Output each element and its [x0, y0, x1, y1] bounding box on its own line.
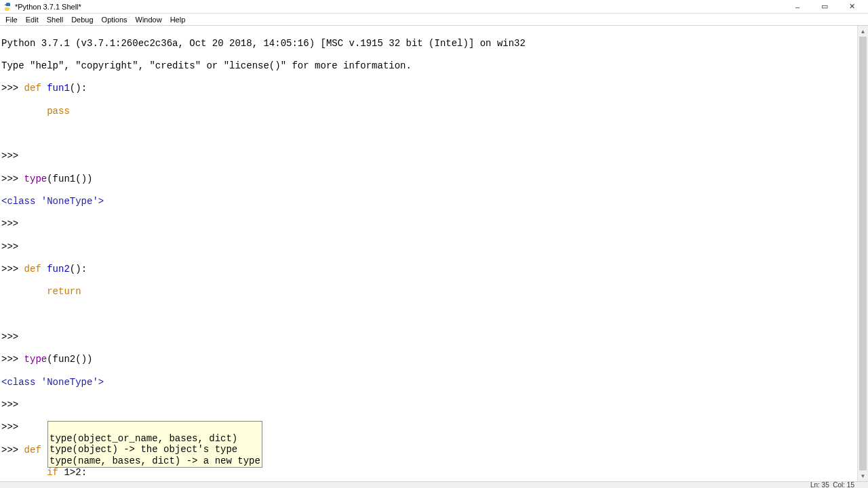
menu-edit[interactable]: Edit — [22, 14, 43, 26]
close-button[interactable]: ✕ — [838, 0, 865, 14]
scroll-up-arrow-icon[interactable]: ▲ — [858, 26, 868, 37]
statusbar: Ln: 35 Col: 15 — [0, 481, 868, 488]
banner-line: Type "help", "copyright", "credits" or "… — [1, 60, 867, 72]
output-line: <class 'NoneType'> — [1, 196, 867, 207]
menu-debug[interactable]: Debug — [67, 14, 97, 26]
code-line: if 1>2: — [1, 467, 867, 479]
scroll-down-arrow-icon[interactable]: ▼ — [858, 470, 868, 481]
python-icon — [3, 2, 12, 12]
banner-line: Python 3.7.1 (v3.7.1:260ec2c36a, Oct 20 … — [1, 38, 867, 49]
output-line: <class 'NoneType'> — [1, 377, 867, 388]
blank-line — [1, 128, 867, 140]
code-line: >>> def fun2(): — [1, 264, 867, 275]
vertical-scrollbar[interactable]: ▲ ▼ — [857, 26, 868, 481]
menu-shell[interactable]: Shell — [43, 14, 67, 26]
code-line: pass — [1, 106, 867, 117]
prompt-line: >>> — [1, 331, 867, 343]
calltip: type(object_or_name, bases, dict) type(o… — [47, 421, 262, 468]
calltip-line: type(object_or_name, bases, dict) — [50, 433, 237, 444]
menu-file[interactable]: File — [1, 14, 22, 26]
code-line: >>> def fun1(): — [1, 83, 867, 94]
scrollbar-thumb[interactable] — [859, 37, 867, 470]
blank-line — [1, 309, 867, 321]
maximize-button[interactable]: ▭ — [811, 0, 838, 14]
menubar: File Edit Shell Debug Options Window Hel… — [0, 14, 868, 26]
menu-window[interactable]: Window — [132, 14, 166, 26]
calltip-line: type(object) -> the object's type — [50, 444, 237, 455]
status-line: Ln: 35 — [810, 481, 829, 488]
code-line: >>> type(fun1()) — [1, 174, 867, 185]
prompt-line: >>> — [1, 241, 867, 253]
calltip-line: type(name, bases, dict) -> a new type — [50, 455, 260, 466]
window-title: *Python 3.7.1 Shell* — [15, 3, 81, 11]
code-line: return — [1, 286, 867, 298]
menu-options[interactable]: Options — [98, 14, 132, 26]
prompt-line: >>> — [1, 150, 867, 162]
status-col: Col: 15 — [833, 481, 854, 488]
minimize-button[interactable]: – — [784, 0, 811, 14]
code-line: >>> type(fun2()) — [1, 354, 867, 365]
prompt-line: >>> — [1, 218, 867, 230]
shell-editor[interactable]: Python 3.7.1 (v3.7.1:260ec2c36a, Oct 20 … — [0, 26, 868, 481]
menu-help[interactable]: Help — [166, 14, 190, 26]
titlebar: *Python 3.7.1 Shell* – ▭ ✕ — [0, 0, 868, 14]
prompt-line: >>> — [1, 399, 867, 411]
